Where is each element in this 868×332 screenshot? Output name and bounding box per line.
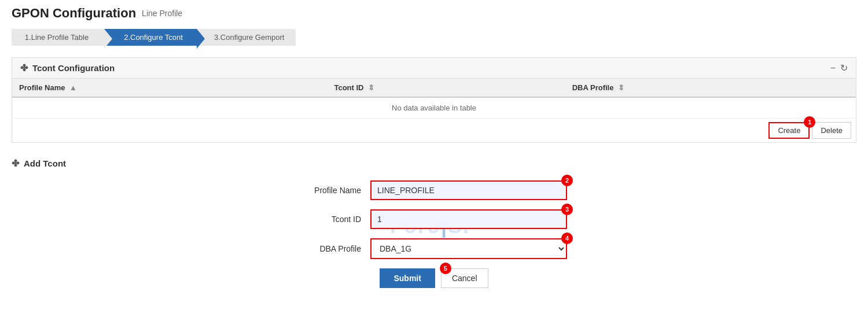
dba-profile-badge: 4 xyxy=(561,233,573,244)
submit-badge: 5 xyxy=(440,263,451,274)
page-title: GPON Configuration xyxy=(12,6,136,21)
dba-profile-label: DBA Profile xyxy=(301,244,370,253)
delete-button[interactable]: Delete xyxy=(812,122,851,139)
col-profile-name[interactable]: Profile Name ▲ xyxy=(12,79,327,97)
create-button[interactable]: Create xyxy=(768,122,810,139)
tcont-id-row: Tcont ID 3 xyxy=(12,209,856,229)
empty-message: No data available in table xyxy=(12,97,856,119)
form-submit-row: Submit 5 Cancel xyxy=(12,268,856,288)
page-subtitle: Line Profile xyxy=(142,9,182,18)
profile-name-field-wrapper: 2 xyxy=(370,180,567,200)
steps-container: 1.Line Profile Table 2.Configure Tcont 3… xyxy=(12,29,856,46)
tcont-id-field-wrapper: 3 xyxy=(370,209,567,229)
panel-header: ✤ Tcont Configuration − ↻ xyxy=(12,58,856,79)
sort-icon-dba: ⇕ xyxy=(618,83,624,92)
add-tcont-form: Profile Name 2 Tcont ID 3 DBA Profile xyxy=(12,180,856,288)
submit-button[interactable]: Submit xyxy=(380,268,435,288)
page-header: GPON Configuration Line Profile xyxy=(12,6,856,21)
col-dba-profile[interactable]: DBA Profile ⇕ xyxy=(565,79,856,97)
add-tcont-section: Foro|SP ✤ Add Tcont Profile Name 2 Tcont… xyxy=(12,152,856,300)
profile-name-badge: 2 xyxy=(561,175,573,186)
submit-badge-wrapper: Submit 5 xyxy=(380,268,435,288)
page-container: GPON Configuration Line Profile 1.Line P… xyxy=(0,0,868,305)
sort-icon-tcont: ⇕ xyxy=(368,83,374,92)
tcont-id-label: Tcont ID xyxy=(301,215,370,224)
profile-name-label: Profile Name xyxy=(301,186,370,195)
tcont-panel: ✤ Tcont Configuration − ↻ Profile Name ▲… xyxy=(12,57,856,143)
step-3[interactable]: 3.Configure Gemport xyxy=(197,29,296,46)
add-tcont-icon: ✤ xyxy=(12,158,19,169)
minimize-button[interactable]: − xyxy=(830,63,836,73)
dba-profile-field-wrapper: DBA_1G DBA_2G DBA_512M 4 xyxy=(370,238,567,259)
refresh-button[interactable]: ↻ xyxy=(840,62,848,73)
step-1[interactable]: 1.Line Profile Table xyxy=(12,29,104,46)
panel-controls: − ↻ xyxy=(830,62,848,73)
col-tcont-id[interactable]: Tcont ID ⇕ xyxy=(327,79,565,97)
step-2[interactable]: 2.Configure Tcont xyxy=(104,29,197,46)
sort-icon-profile: ▲ xyxy=(69,83,77,92)
empty-row: No data available in table xyxy=(12,97,856,119)
add-tcont-title: ✤ Add Tcont xyxy=(12,158,856,169)
create-badge-wrapper: Create 1 xyxy=(768,122,810,139)
profile-name-row: Profile Name 2 xyxy=(12,180,856,200)
tcont-table: Profile Name ▲ Tcont ID ⇕ DBA Profile ⇕ … xyxy=(12,79,856,119)
tcont-id-input[interactable] xyxy=(370,209,567,229)
tcont-id-badge: 3 xyxy=(561,204,573,215)
panel-title: ✤ Tcont Configuration xyxy=(20,62,115,73)
dba-profile-row: DBA Profile DBA_1G DBA_2G DBA_512M 4 xyxy=(12,238,856,259)
profile-name-input[interactable] xyxy=(370,180,567,200)
puzzle-icon: ✤ xyxy=(20,62,28,73)
dba-profile-select[interactable]: DBA_1G DBA_2G DBA_512M xyxy=(370,238,567,259)
table-actions: Create 1 Delete xyxy=(12,119,856,142)
